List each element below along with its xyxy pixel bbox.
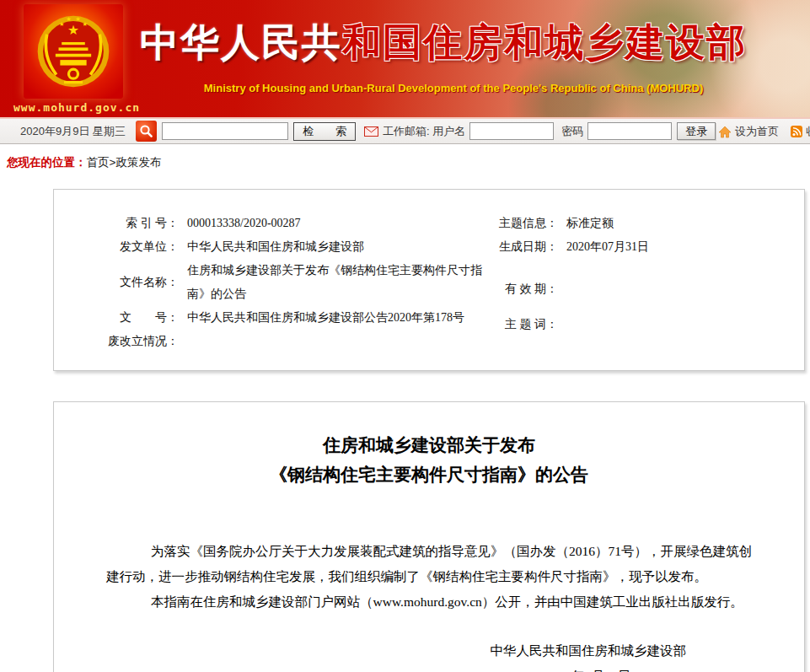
issuing-unit-value: 中华人民共和国住房和城乡建设部 [179, 235, 482, 259]
document-info-box: 索 引 号： 000013338/2020-00287 发文单位： 中华人民共和… [53, 189, 805, 371]
national-emblem-icon: ★ ★ ★ ★ ★ [35, 13, 112, 90]
site-title-part2: 和国住房和城乡建设部 [342, 20, 747, 64]
breadcrumb-label: 您现在的位置： [7, 156, 87, 169]
document-title-label: 文件名称： [54, 271, 179, 294]
svg-text:★: ★ [66, 15, 72, 23]
site-title-part1: 中华人民共 [140, 20, 342, 64]
site-banner: ★ ★ ★ ★ ★ www.mohurd.gov.cn 中华人民共和国住房和城乡… [0, 0, 810, 119]
search-button[interactable]: 检 索 [293, 122, 356, 141]
signature-date: 2020年7月31日 [491, 664, 687, 672]
set-homepage-link[interactable]: 设为首页 [735, 124, 779, 139]
site-url: www.mohurd.gov.cn [13, 101, 140, 114]
article-title-line1: 住房和城乡建设部关于发布 [106, 431, 752, 460]
info-row-generate-date: 生成日期： 2020年07月31日 [484, 235, 804, 259]
topic-info-label: 主题信息： [484, 212, 558, 235]
toolbar-right-links: 设为首页 收藏 [718, 119, 810, 144]
article-paragraph: 为落实《国务院办公厅关于大力发展装配式建筑的指导意见》（国办发（2016）71号… [106, 539, 752, 589]
info-row-document-title: 文件名称： 住房和城乡建设部关于发布《钢结构住宅主要构件尺寸指南》的公告 [54, 259, 484, 306]
national-emblem: ★ ★ ★ ★ ★ [24, 4, 123, 99]
document-title-value: 住房和城乡建设部关于发布《钢结构住宅主要构件尺寸指南》的公告 [179, 259, 482, 306]
breadcrumb-path[interactable]: 首页>政策发布 [87, 156, 162, 169]
keywords-label: 主 题 词： [484, 313, 558, 336]
article-body: 为落实《国务院办公厅关于大力发展装配式建筑的指导意见》（国办发（2016）71号… [106, 539, 752, 615]
info-row-topic-info: 主题信息： 标准定额 [484, 212, 804, 235]
info-left-column: 索 引 号： 000013338/2020-00287 发文单位： 中华人民共和… [54, 212, 484, 353]
validity-label: 有 效 期： [484, 277, 558, 301]
info-row-repeal-status: 废改立情况： [54, 330, 484, 353]
info-row-validity: 有 效 期： [484, 277, 804, 301]
rss-icon [791, 126, 802, 137]
password-label: 密码 [561, 124, 583, 139]
svg-text:★: ★ [59, 20, 65, 28]
mail-icon [364, 126, 378, 137]
search-icon[interactable] [136, 121, 157, 142]
site-title: 中华人民共和国住房和城乡建设部 [140, 17, 747, 69]
info-row-issuing-unit: 发文单位： 中华人民共和国住房和城乡建设部 [54, 235, 484, 259]
login-button[interactable]: 登录 [677, 122, 716, 140]
signature-org: 中华人民共和国住房和城乡建设部 [491, 638, 687, 664]
index-number-value: 000013338/2020-00287 [179, 212, 482, 235]
site-subtitle: Ministry of Housing and Urban-Rural Deve… [150, 82, 757, 94]
topic-info-value: 标准定额 [558, 212, 804, 235]
info-right-column: 主题信息： 标准定额 生成日期： 2020年07月31日 有 效 期： 主 题 … [484, 212, 804, 353]
article-title: 住房和城乡建设部关于发布 《钢结构住宅主要构件尺寸指南》的公告 [106, 431, 752, 490]
repeal-status-value [179, 330, 482, 353]
favorite-link[interactable]: 收藏 [806, 124, 810, 139]
issuing-unit-label: 发文单位： [54, 235, 179, 259]
generate-date-value: 2020年07月31日 [558, 235, 804, 259]
password-input[interactable] [587, 122, 672, 140]
info-row-document-number: 文 号： 中华人民共和国住房和城乡建设部公告2020年第178号 [54, 306, 484, 330]
svg-text:★: ★ [75, 15, 81, 23]
work-mail-label: 工作邮箱: 用户名 [383, 124, 465, 139]
svg-text:★: ★ [82, 20, 88, 28]
search-input[interactable] [162, 122, 288, 140]
home-icon [718, 126, 732, 138]
info-row-index-number: 索 引 号： 000013338/2020-00287 [54, 212, 484, 235]
info-row-keywords: 主 题 词： [484, 313, 804, 336]
document-number-label: 文 号： [54, 306, 179, 330]
article-paragraph: 本指南在住房和城乡建设部门户网站（www.mohurd.gov.cn）公开，并由… [106, 589, 752, 615]
validity-value [558, 277, 804, 301]
index-number-label: 索 引 号： [54, 212, 179, 235]
signature-block: 中华人民共和国住房和城乡建设部 2020年7月31日 [491, 638, 687, 672]
article-title-line2: 《钢结构住宅主要构件尺寸指南》的公告 [106, 460, 752, 490]
toolbar: 2020年9月9日 星期三 检 索 工作邮箱: 用户名 密码 登录 设为首页 [0, 119, 810, 144]
username-input[interactable] [469, 122, 554, 140]
repeal-status-label: 废改立情况： [54, 330, 179, 353]
generate-date-label: 生成日期： [484, 235, 558, 259]
article-box: 住房和城乡建设部关于发布 《钢结构住宅主要构件尺寸指南》的公告 为落实《国务院办… [53, 401, 805, 672]
keywords-value [558, 313, 804, 336]
current-date: 2020年9月9日 星期三 [20, 124, 126, 139]
svg-text:★: ★ [67, 23, 79, 37]
breadcrumb: 您现在的位置：首页>政策发布 [0, 144, 810, 170]
document-number-value: 中华人民共和国住房和城乡建设部公告2020年第178号 [179, 306, 482, 330]
